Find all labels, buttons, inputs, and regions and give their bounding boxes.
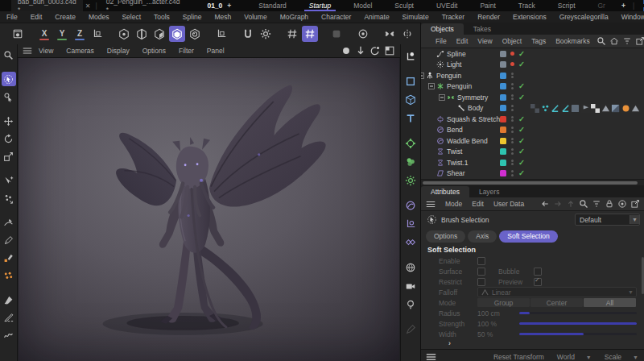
tab-takes[interactable]: Takes xyxy=(464,23,501,35)
knife-tool[interactable] xyxy=(2,310,16,325)
document-tab-2[interactable]: 02_Penguin_...acter.c4d * xyxy=(100,0,187,11)
layer-color-chip[interactable] xyxy=(500,51,506,57)
snap-button[interactable] xyxy=(240,26,256,42)
text-object-button[interactable] xyxy=(403,110,419,126)
axis-y-toggle[interactable]: Y xyxy=(54,26,70,42)
instance-button[interactable] xyxy=(403,234,419,250)
move-tool[interactable] xyxy=(2,114,16,128)
strength-value[interactable]: 100 % xyxy=(477,320,519,328)
menubar-item-modes[interactable]: Modes xyxy=(82,13,116,21)
edge-mode-button[interactable] xyxy=(134,26,150,42)
workplane-lock-button[interactable] xyxy=(328,26,345,42)
layout-tab-track[interactable]: Track xyxy=(507,0,547,11)
spline-sketch-tool[interactable] xyxy=(2,328,16,342)
annotation-button[interactable] xyxy=(403,322,419,337)
tab-objects[interactable]: Objects xyxy=(421,23,464,35)
layout-tab-paint[interactable]: Paint xyxy=(469,0,506,11)
attributes-menu-mode[interactable]: Mode xyxy=(440,200,467,208)
mode-option-center[interactable]: Center xyxy=(530,298,583,307)
model-mode-button[interactable] xyxy=(169,26,185,42)
menubar-item-render[interactable]: Render xyxy=(471,13,506,21)
menubar-item-volume[interactable]: Volume xyxy=(237,13,273,21)
layout-tab-gr[interactable]: Gr xyxy=(587,0,617,11)
mode-option-all[interactable]: All xyxy=(584,298,636,307)
visibility-dots[interactable] xyxy=(511,170,514,177)
layout-tab-startup[interactable]: Startup xyxy=(298,0,342,11)
add-layout-button[interactable]: + xyxy=(617,2,630,10)
rotate-view-button[interactable] xyxy=(369,45,381,56)
point-edit-tool[interactable] xyxy=(2,251,16,265)
visibility-dots[interactable] xyxy=(511,138,514,145)
viewport-solo-button[interactable] xyxy=(355,26,371,42)
deformer-button[interactable] xyxy=(403,197,419,213)
search-button[interactable] xyxy=(579,199,588,209)
visibility-dots[interactable] xyxy=(511,127,514,134)
workplane-button[interactable] xyxy=(403,216,419,231)
viewport-canvas[interactable] xyxy=(19,58,399,361)
zoom-view-button[interactable] xyxy=(355,45,366,56)
tag-icon-angle[interactable] xyxy=(551,104,559,113)
subdivision-surface-button[interactable] xyxy=(403,135,419,151)
tree-item-spline[interactable]: Spline✓ xyxy=(421,48,644,60)
tree-item-light[interactable]: Light✓ xyxy=(421,60,644,71)
selection-move-tool[interactable] xyxy=(2,173,16,188)
menubar-item-tracker[interactable]: Tracker xyxy=(436,13,472,21)
enabled-check-icon[interactable]: ✓ xyxy=(518,125,525,134)
layout-tab-model[interactable]: Model xyxy=(342,0,383,11)
viewport-menu-panel[interactable]: Panel xyxy=(200,47,231,55)
tree-item-waddle-bend[interactable]: Waddle Bend✓ xyxy=(421,135,644,147)
coordinates-menu-icon[interactable] xyxy=(426,353,436,361)
document-tab-1[interactable]: bab_bun_0003.c4d * xyxy=(11,0,83,11)
cube-primitive-button[interactable] xyxy=(403,92,419,107)
viewport-menu-icon[interactable] xyxy=(23,47,32,55)
tab-layers[interactable]: Layers xyxy=(469,186,510,197)
mode-option-group[interactable]: Group xyxy=(477,298,530,307)
width-value[interactable]: 50 % xyxy=(477,330,519,338)
enabled-check-icon[interactable]: ✓ xyxy=(518,93,525,102)
layer-color-chip[interactable] xyxy=(500,148,506,155)
tree-item-bend[interactable]: Bend✓ xyxy=(421,125,644,136)
menubar-item-simulate[interactable]: Simulate xyxy=(396,13,436,21)
enabled-check-icon[interactable]: ✓ xyxy=(518,158,525,167)
tab-attributes[interactable]: Attributes xyxy=(421,186,469,197)
reset-transform-button[interactable]: Reset Transform xyxy=(493,353,544,361)
visibility-dots[interactable] xyxy=(511,83,514,90)
enabled-check-icon[interactable]: ✓ xyxy=(518,147,525,156)
enabled-check-icon[interactable]: ✓ xyxy=(518,114,525,123)
enabled-check-icon[interactable]: ✓ xyxy=(518,49,525,58)
brush-tool[interactable] xyxy=(2,293,16,307)
tag-icon-circle[interactable] xyxy=(621,104,630,113)
group-expander[interactable]: › xyxy=(421,339,644,349)
menubar-item-spline[interactable]: Spline xyxy=(176,13,208,21)
menubar-item-window[interactable]: Window xyxy=(615,13,644,21)
objects-menu-object[interactable]: Object xyxy=(497,37,527,45)
curve-pen-tool[interactable] xyxy=(2,215,16,230)
width-slider[interactable] xyxy=(519,333,637,335)
viewport-menu-options[interactable]: Options xyxy=(136,47,172,55)
visibility-dots[interactable] xyxy=(511,73,514,80)
menubar-item-mograph[interactable]: MoGraph xyxy=(274,13,315,21)
layer-color-chip[interactable] xyxy=(500,83,506,89)
panel-window-button[interactable] xyxy=(630,199,640,209)
parent-object-button[interactable] xyxy=(566,199,576,209)
attributes-menu-icon[interactable] xyxy=(426,201,436,208)
layer-color-chip[interactable] xyxy=(500,105,506,111)
workplane-grid-button[interactable] xyxy=(284,26,300,42)
cluster-move-tool[interactable] xyxy=(2,191,16,205)
tree-item-penguin[interactable]: Penguin xyxy=(421,70,644,81)
snap-settings-button[interactable] xyxy=(258,26,274,42)
layer-color-chip[interactable] xyxy=(500,73,506,79)
enabled-check-icon[interactable]: ✓ xyxy=(518,168,525,177)
preview-checkbox[interactable] xyxy=(534,278,542,286)
panel-window-button[interactable] xyxy=(635,36,644,46)
search-button[interactable] xyxy=(597,36,606,46)
attributes-menu-user-data[interactable]: User Data xyxy=(489,200,529,208)
point-mode-button[interactable] xyxy=(116,26,132,42)
brush-selection-tool[interactable] xyxy=(2,72,16,86)
filter-button[interactable] xyxy=(622,36,632,46)
tree-item-body[interactable]: Body xyxy=(421,103,644,114)
tag-icon-squaret[interactable] xyxy=(571,104,580,113)
section-tab-soft-selection[interactable]: Soft Selection xyxy=(499,230,557,243)
camera-button[interactable] xyxy=(403,278,419,293)
tag-icon-weight[interactable] xyxy=(541,104,550,113)
